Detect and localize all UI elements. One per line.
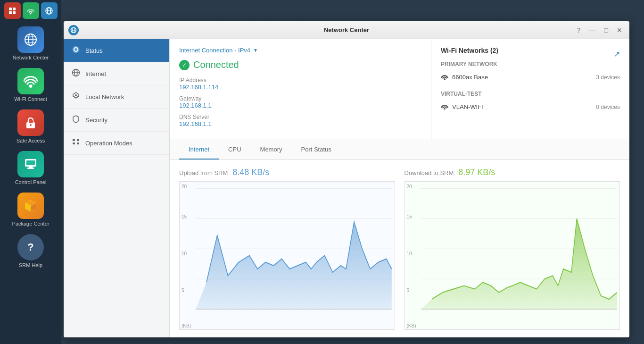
sidebar-label: Status: [85, 47, 103, 54]
upload-chart: 20 15 10 5 (KB): [179, 181, 395, 330]
sidebar-item-operation-modes[interactable]: Operation Modes: [64, 132, 169, 155]
sidebar: Status Internet: [64, 39, 170, 337]
sidebar-label: Security: [85, 117, 107, 124]
svg-rect-35: [73, 143, 75, 144]
svg-rect-18: [27, 168, 34, 169]
primary-network-row: 6600ax Base 3 devices: [441, 71, 620, 83]
minimize-button[interactable]: —: [587, 25, 598, 35]
wifi-connect-icon: [17, 68, 44, 94]
svg-point-15: [30, 124, 32, 126]
download-chart-svg: [405, 182, 620, 329]
upload-chart-header: Upload from SRM 8.48 KB/s: [179, 168, 395, 177]
gateway-row: Gateway 192.168.1.1: [179, 95, 421, 109]
tab-port-status[interactable]: Port Status: [292, 140, 341, 159]
app-srm-help[interactable]: ? SRM Help: [0, 230, 61, 272]
svg-rect-34: [73, 139, 75, 141]
tabs-area: Internet CPU Memory Port Status: [170, 140, 629, 160]
app-label: Safe Access: [17, 138, 45, 143]
local-network-icon: [71, 92, 81, 102]
ip-address-label: IP Address: [179, 77, 421, 84]
package-center-icon: [17, 193, 44, 219]
window-controls: ? — □ ✕: [575, 25, 625, 35]
status-icon: [71, 45, 81, 56]
sidebar-item-local-network[interactable]: Local Network: [64, 85, 169, 109]
upload-y-mid-high: 15: [182, 214, 187, 219]
dropdown-arrow-icon: ▼: [253, 48, 258, 53]
svg-rect-14: [29, 120, 33, 123]
tab-memory[interactable]: Memory: [251, 140, 292, 159]
network-icon[interactable]: [41, 2, 58, 19]
dns-row: DNS Server 192.168.1.1: [179, 114, 421, 127]
main-window: Network Center ? — □ ✕ Status: [64, 21, 629, 337]
svg-rect-2: [9, 11, 12, 14]
ip-address-value[interactable]: 192.168.1.114: [179, 84, 421, 91]
tab-cpu[interactable]: CPU: [219, 140, 250, 159]
svg-marker-49: [421, 218, 617, 309]
app-label: Network Center: [13, 55, 49, 60]
download-y-mid-low: 5: [407, 288, 410, 293]
virtual-network-row: VLAN-WIFI 0 devices: [441, 101, 620, 113]
connection-dropdown[interactable]: Internet Connection - IPv4: [179, 47, 250, 54]
ip-address-row: IP Address 192.168.1.114: [179, 77, 421, 91]
connection-panel-header: Internet Connection - IPv4 ▼: [179, 47, 421, 54]
content-area: Status Internet: [64, 39, 629, 337]
virtual-devices-count: 0 devices: [596, 104, 620, 110]
maximize-button[interactable]: □: [602, 25, 611, 35]
connection-panel: Internet Connection - IPv4 ▼ ✓ Connected…: [170, 39, 431, 140]
svg-rect-3: [13, 11, 16, 14]
sidebar-label: Local Network: [85, 93, 124, 101]
download-chart-container: Download to SRM 8.97 KB/s 20 15 10 5 (KB…: [405, 168, 620, 330]
wifi-status-icon[interactable]: [23, 2, 39, 19]
download-label: Download to SRM: [405, 169, 454, 176]
upload-kb-label: (KB): [182, 323, 191, 328]
sidebar-item-security[interactable]: Security: [64, 109, 169, 132]
svg-rect-1: [13, 8, 16, 10]
help-button[interactable]: ?: [575, 25, 583, 35]
app-wifi-connect[interactable]: Wi-Fi Connect: [0, 64, 61, 106]
svg-point-33: [75, 94, 77, 96]
upload-y-mid: 10: [182, 251, 187, 256]
app-safe-access[interactable]: Safe Access: [0, 106, 61, 147]
title-bar: Network Center ? — □ ✕: [64, 21, 629, 39]
primary-network-name: 6600ax Base: [441, 73, 488, 81]
upload-chart-svg: [180, 182, 395, 329]
download-y-max: 20: [407, 184, 412, 189]
sidebar-item-internet[interactable]: Internet: [64, 62, 169, 85]
app-package-center[interactable]: Package Center: [0, 189, 61, 230]
wifi-expand-icon[interactable]: ↗: [614, 50, 620, 59]
tabs: Internet CPU Memory Port Status: [170, 140, 629, 159]
wifi-signal-icon-2: [441, 103, 448, 111]
virtual-network-name: VLAN-WIFI: [441, 103, 483, 111]
taskbar: Network Center Wi-Fi Connect Safe Access: [0, 0, 61, 344]
charts-area: Upload from SRM 8.48 KB/s 20 15 10 5 (KB…: [170, 160, 629, 337]
app-label: Package Center: [12, 221, 50, 227]
app-network-center[interactable]: Network Center: [0, 23, 61, 64]
tab-internet[interactable]: Internet: [179, 140, 219, 159]
download-y-mid-high: 15: [407, 214, 412, 219]
app-label: SRM Help: [19, 262, 42, 268]
srm-help-icon: ?: [17, 234, 44, 260]
wifi-signal-icon: [441, 73, 448, 81]
gateway-value[interactable]: 192.168.1.1: [179, 102, 421, 109]
top-panels: Internet Connection - IPv4 ▼ ✓ Connected…: [170, 39, 629, 140]
dns-value[interactable]: 192.168.1.1: [179, 120, 421, 127]
wifi-panel: Wi-Fi Networks (2) ↗ Primary Network: [431, 39, 629, 140]
primary-ssid: 6600ax Base: [452, 74, 488, 81]
window-icon: [68, 25, 79, 35]
download-kb-label: (KB): [407, 323, 416, 328]
close-button[interactable]: ✕: [614, 25, 625, 35]
upload-speed: 8.48 KB/s: [232, 168, 269, 177]
wifi-panel-title: Wi-Fi Networks (2): [441, 47, 498, 54]
svg-point-29: [74, 48, 77, 51]
window-title: Network Center: [324, 26, 369, 34]
grid-icon[interactable]: [4, 2, 21, 19]
sidebar-item-status[interactable]: Status: [64, 39, 169, 62]
svg-rect-17: [26, 160, 35, 165]
safe-access-icon: [17, 109, 44, 136]
download-y-mid: 10: [407, 251, 412, 256]
sidebar-label: Internet: [85, 70, 106, 77]
control-panel-icon: [17, 151, 44, 177]
app-control-panel[interactable]: Control Panel: [0, 147, 61, 189]
download-chart: 20 15 10 5 (KB): [405, 181, 620, 330]
sidebar-label: Operation Modes: [85, 140, 132, 147]
